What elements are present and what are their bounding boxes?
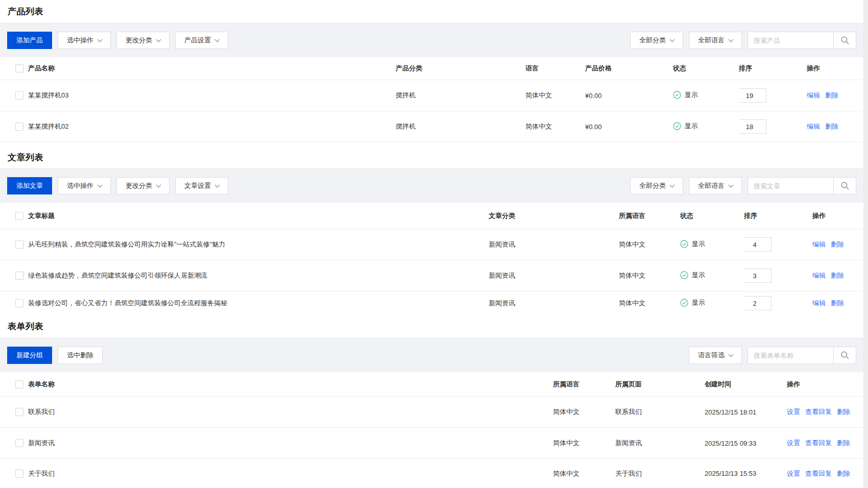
settings-link[interactable]: 设置	[787, 439, 800, 447]
row-checkbox[interactable]	[15, 272, 23, 280]
form-language: 简体中文	[553, 407, 615, 417]
check-circle-icon	[680, 271, 688, 279]
view-replies-link[interactable]: 查看回复	[805, 470, 832, 477]
view-replies-link[interactable]: 查看回复	[805, 439, 832, 447]
row-checkbox[interactable]	[15, 91, 23, 100]
products-language-filter-dropdown[interactable]: 全部语言	[689, 32, 742, 49]
col-language: 语言	[525, 64, 585, 73]
row-actions: 设置查看回复删除	[787, 407, 863, 417]
delete-link[interactable]: 删除	[825, 91, 838, 99]
delete-link[interactable]: 删除	[831, 299, 844, 307]
product-name: 某某搅拌机02	[28, 122, 396, 131]
row-actions: 编辑删除	[807, 122, 863, 131]
col-article-category: 文章分类	[489, 211, 619, 221]
select-all-checkbox[interactable]	[15, 380, 23, 388]
chevron-down-icon	[215, 37, 220, 42]
chevron-down-icon	[215, 182, 220, 187]
sort-input[interactable]	[739, 119, 766, 134]
delete-link[interactable]: 删除	[837, 408, 850, 416]
row-checkbox[interactable]	[15, 240, 23, 249]
col-status: 状态	[673, 64, 739, 73]
products-change-category-dropdown[interactable]: 更改分类	[116, 32, 170, 49]
products-toolbar: 添加产品 选中操作 更改分类 产品设置 全部分类	[0, 23, 863, 57]
products-toolbar-left: 添加产品 选中操作 更改分类 产品设置	[7, 32, 228, 49]
form-language: 简体中文	[553, 438, 615, 448]
col-ops: 操作	[807, 64, 863, 73]
settings-link[interactable]: 设置	[787, 470, 800, 477]
row-checkbox[interactable]	[15, 470, 23, 478]
products-bulk-action-label: 选中操作	[67, 36, 93, 45]
select-all-checkbox[interactable]	[15, 64, 23, 72]
articles-bulk-action-dropdown[interactable]: 选中操作	[58, 177, 111, 194]
forms-title: 表单列表	[8, 321, 43, 332]
row-checkbox[interactable]	[15, 408, 23, 416]
form-created: 2025/12/15 09:33	[705, 440, 787, 447]
delete-link[interactable]: 删除	[837, 439, 850, 447]
articles-search-button[interactable]	[833, 177, 856, 194]
col-product-name: 产品名称	[28, 64, 396, 73]
articles-category-filter-dropdown[interactable]: 全部分类	[630, 177, 683, 194]
sort-input[interactable]	[739, 88, 766, 103]
delete-selected-button[interactable]: 选中删除	[58, 347, 103, 364]
forms-search-input[interactable]	[748, 347, 833, 364]
row-actions: 编辑删除	[807, 91, 863, 100]
col-article-title: 文章标题	[28, 211, 489, 221]
products-settings-dropdown[interactable]: 产品设置	[175, 32, 228, 49]
delete-link[interactable]: 删除	[837, 470, 850, 477]
sort-input[interactable]	[744, 237, 771, 252]
status-label: 显示	[692, 239, 705, 249]
form-row: 新闻资讯 简体中文 新闻资讯 2025/12/15 09:33 设置查看回复删除	[0, 428, 863, 459]
articles-search-input[interactable]	[748, 177, 833, 194]
edit-link[interactable]: 编辑	[807, 91, 820, 99]
product-price: ¥0.00	[585, 123, 673, 131]
search-icon	[840, 181, 850, 190]
article-category: 新闻资讯	[489, 271, 619, 280]
sort-input[interactable]	[744, 269, 771, 283]
row-checkbox[interactable]	[15, 439, 23, 447]
edit-link[interactable]: 编辑	[812, 240, 826, 248]
articles-settings-dropdown[interactable]: 文章设置	[175, 177, 228, 194]
edit-link[interactable]: 编辑	[812, 299, 826, 307]
settings-link[interactable]: 设置	[787, 408, 800, 416]
delete-link[interactable]: 删除	[831, 240, 844, 248]
products-title: 产品列表	[8, 6, 43, 17]
products-search-button[interactable]	[833, 32, 856, 49]
products-search-group	[748, 32, 856, 49]
products-category-filter-dropdown[interactable]: 全部分类	[630, 32, 683, 49]
add-article-button[interactable]: 添加文章	[7, 177, 52, 194]
product-row: 某某搅拌机02 搅拌机 简体中文 ¥0.00 显示 编辑删除	[0, 111, 863, 142]
delete-link[interactable]: 删除	[825, 123, 838, 130]
view-replies-link[interactable]: 查看回复	[805, 408, 832, 416]
status-label: 显示	[685, 121, 698, 131]
forms-language-filter-dropdown[interactable]: 语言筛选	[689, 347, 742, 364]
row-actions: 编辑删除	[812, 299, 863, 308]
forms-search-button[interactable]	[833, 347, 856, 364]
articles-category-filter-label: 全部分类	[639, 181, 666, 190]
row-checkbox[interactable]	[15, 123, 23, 131]
articles-toolbar-right: 全部分类 全部语言	[630, 177, 856, 194]
form-created: 2025/12/13 15:53	[705, 470, 787, 477]
col-language: 所属语言	[553, 380, 615, 389]
article-row: 绿色装修成趋势，鼎筑空间建筑装修公司引领环保人居新潮流 新闻资讯 简体中文 显示…	[0, 260, 863, 291]
products-search-input[interactable]	[748, 32, 833, 49]
edit-link[interactable]: 编辑	[807, 123, 820, 130]
row-checkbox[interactable]	[15, 299, 23, 307]
forms-search-group	[748, 347, 856, 364]
add-product-button[interactable]: 添加产品	[7, 32, 52, 49]
select-all-checkbox[interactable]	[15, 212, 23, 220]
articles-language-filter-dropdown[interactable]: 全部语言	[689, 177, 742, 194]
col-page: 所属页面	[615, 380, 705, 389]
articles-language-filter-label: 全部语言	[698, 181, 725, 190]
articles-change-category-dropdown[interactable]: 更改分类	[116, 177, 170, 194]
search-icon	[840, 351, 850, 360]
articles-section: 文章列表 添加文章 选中操作 更改分类 文章设置	[0, 142, 863, 315]
forms-language-filter-label: 语言筛选	[698, 351, 725, 360]
check-circle-icon	[673, 91, 681, 99]
edit-link[interactable]: 编辑	[812, 272, 826, 279]
new-group-button[interactable]: 新建分组	[7, 347, 52, 364]
sort-input[interactable]	[744, 296, 771, 310]
article-category: 新闻资讯	[489, 240, 619, 249]
products-bulk-action-dropdown[interactable]: 选中操作	[58, 32, 111, 49]
col-ops: 操作	[812, 211, 863, 221]
delete-link[interactable]: 删除	[831, 272, 844, 279]
